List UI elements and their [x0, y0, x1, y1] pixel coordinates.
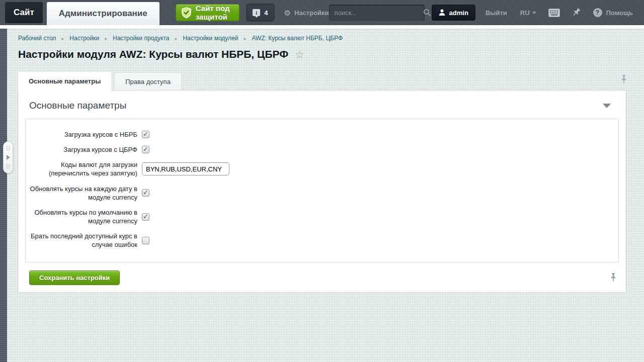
site-tab[interactable]: Сайт: [5, 2, 43, 23]
notifications-count: 4: [264, 9, 268, 17]
user-menu-button[interactable]: admin: [432, 5, 475, 21]
form-row: Загрузка курсов с НБРБ✓: [26, 128, 618, 141]
pin-icon: [620, 74, 627, 84]
help-button[interactable]: ? Помощь: [593, 8, 633, 17]
page-title: Настройки модуля AWZ: Курсы валют НБРБ, …: [18, 48, 288, 60]
info-bubble-icon: i: [253, 9, 260, 16]
breadcrumb-item[interactable]: Настройки продукта: [113, 35, 169, 42]
form-row: Загрузка курсов с ЦБРФ✓: [26, 143, 618, 156]
virtual-keyboard-button[interactable]: [548, 9, 560, 17]
checkbox[interactable]: ✓: [142, 131, 149, 138]
save-settings-button[interactable]: Сохранить настройки: [29, 270, 120, 285]
breadcrumb-item[interactable]: Рабочий стол: [18, 35, 56, 42]
checkbox[interactable]: ✓: [142, 189, 149, 197]
form-row: Брать последний доступный курс в случае …: [26, 229, 618, 251]
breadcrumb-item: AWZ: Курсы валют НБРБ, ЦБРФ: [252, 35, 343, 42]
top-bar: Сайт Администрирование Сайт под защитой …: [0, 0, 644, 25]
section-collapse-icon[interactable]: [603, 104, 611, 108]
language-selector[interactable]: RU: [520, 9, 536, 17]
pin-icon: [569, 6, 583, 20]
tab-main-params[interactable]: Основные параметры: [18, 72, 111, 90]
user-icon: [439, 9, 445, 16]
form-row: Коды валют для загрузки (перечислить чер…: [26, 158, 618, 180]
buttons-pin-button[interactable]: [610, 273, 617, 283]
favorite-star-icon[interactable]: ☆: [295, 49, 304, 60]
topbar-search[interactable]: [329, 5, 425, 21]
checkbox[interactable]: ✓: [142, 146, 149, 153]
checkbox[interactable]: ✓: [142, 213, 149, 221]
breadcrumb-separator-icon: ▸: [61, 36, 64, 41]
help-icon: ?: [593, 8, 602, 17]
form-row: Обновлять курсы на каждую дату в модуле …: [26, 182, 618, 204]
breadcrumb-item[interactable]: Настройки: [69, 35, 99, 42]
tabs-pin-button[interactable]: [620, 74, 627, 86]
notifications-button[interactable]: i 4: [247, 4, 274, 21]
topbar-pin-button[interactable]: [571, 8, 581, 18]
search-icon[interactable]: [423, 9, 431, 17]
help-label: Помощь: [606, 9, 633, 17]
field-label: Обновлять курсы на каждую дату в модуле …: [26, 185, 137, 202]
shield-check-icon: [181, 7, 192, 19]
site-protected-button[interactable]: Сайт под защитой: [176, 4, 240, 21]
admin-tab[interactable]: Администрирование: [47, 2, 159, 25]
field-label: Загрузка курсов с ЦБРФ: [26, 145, 137, 154]
user-name: admin: [449, 9, 468, 17]
logout-label: Выйти: [486, 9, 507, 17]
protect-button-label: Сайт под защитой: [196, 4, 231, 21]
settings-form: Загрузка курсов с НБРБ✓Загрузка курсов с…: [25, 119, 619, 262]
topbar-settings-button[interactable]: ⚙ Настройки: [284, 9, 329, 17]
chevron-right-icon: [7, 155, 10, 160]
pin-icon: [610, 273, 617, 283]
keyboard-icon: [548, 9, 560, 17]
field-label: Брать последний доступный курс в случае …: [26, 232, 137, 249]
checkmark-icon: ✓: [143, 131, 148, 137]
breadcrumb: Рабочий стол▸Настройки▸Настройки продукт…: [18, 29, 626, 42]
checkbox[interactable]: [142, 237, 149, 244]
breadcrumb-separator-icon: ▸: [175, 36, 177, 41]
breadcrumb-separator-icon: ▸: [105, 36, 107, 41]
drag-dots-icon: [6, 146, 10, 151]
search-input[interactable]: [335, 9, 423, 17]
chevron-down-icon: [532, 12, 536, 14]
logout-button[interactable]: Выйти: [486, 9, 507, 17]
checkmark-icon: ✓: [143, 213, 148, 220]
checkmark-icon: ✓: [143, 189, 148, 196]
drag-dots-icon: [6, 164, 10, 169]
breadcrumb-separator-icon: ▸: [244, 36, 246, 41]
sidebar-expand-toggle[interactable]: [3, 141, 13, 173]
settings-label: Настройки: [294, 9, 329, 17]
field-label: Обновлять курсы по умолчанию в модуле cu…: [26, 208, 137, 225]
field-label: Коды валют для загрузки (перечислить чер…: [26, 160, 137, 177]
main-content: Рабочий стол▸Настройки▸Настройки продукт…: [0, 29, 644, 292]
section-title: Основные параметры: [29, 100, 126, 111]
breadcrumb-item[interactable]: Настройки модулей: [183, 35, 238, 42]
tab-access-rights[interactable]: Права доступа: [114, 72, 182, 90]
settings-panel: Основные параметры Загрузка курсов с НБР…: [18, 90, 626, 292]
gear-icon: ⚙: [284, 9, 291, 17]
settings-tabs: Основные параметрыПрава доступа: [18, 72, 626, 90]
topbar-divider: [0, 25, 644, 29]
language-label: RU: [520, 9, 530, 17]
checkmark-icon: ✓: [143, 146, 148, 152]
field-label: Загрузка курсов с НБРБ: [26, 130, 137, 139]
form-row: Обновлять курсы по умолчанию в модуле cu…: [26, 206, 618, 228]
currency-codes-input[interactable]: [142, 162, 229, 175]
collapsed-sidebar-rail: [0, 29, 7, 362]
